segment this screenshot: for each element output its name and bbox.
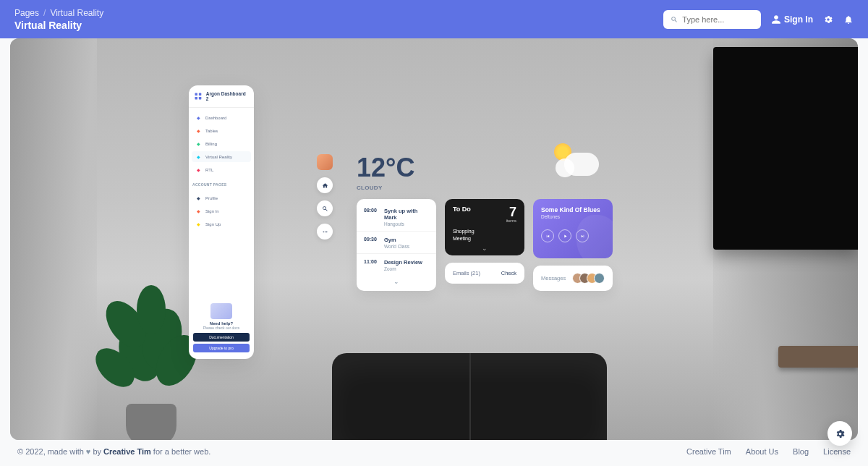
schedule-sub: Zoom [384,266,422,271]
logo-icon [194,92,203,101]
svg-rect-8 [195,97,197,99]
sidebar-item-label: Virtual Reality [205,155,232,159]
signin-link[interactable]: Sign In [771,14,813,25]
vr-viewport: Argon Dashboard 2 ◆Dashboard◆Tables◆Bill… [10,38,858,440]
schedule-item[interactable]: 08:00Synk up with MarkHangouts [357,205,436,231]
svg-rect-9 [199,97,201,99]
play-button[interactable] [558,229,571,242]
messages-card[interactable]: Messages [533,266,613,291]
footer: © 2022, made with ♥ by Creative Tim for … [0,440,868,460]
tv-prop [713,47,858,250]
sidebar-item-profile[interactable]: ◆Profile [192,192,251,203]
user-icon [771,14,781,25]
upgrade-button[interactable]: Upgrade to pro [193,344,250,352]
sidebar-item-virtual-reality[interactable]: ◆Virtual Reality [192,151,251,162]
nav-icon: ◆ [195,114,202,121]
todo-card: To Do 7 items ShoppingMeeting ⌄ [445,199,524,255]
sidebar-item-sign-up[interactable]: ◆Sign Up [192,219,251,229]
schedule-title: Synk up with Mark [384,208,429,221]
music-artist: Deftones [541,214,605,219]
nav-icon: ◆ [195,140,202,147]
sidebar: Argon Dashboard 2 ◆Dashboard◆Tables◆Bill… [189,85,254,359]
breadcrumb: Pages / Virtual Reality [14,8,103,18]
weather-icon [548,143,599,179]
sidebar-item-label: Billing [205,142,217,146]
temperature: 12°C [357,153,414,183]
more-button[interactable] [317,224,333,240]
home-button[interactable] [317,177,333,193]
account-pages-label: Account Pages [189,179,254,188]
footer-author-link[interactable]: Creative Tim [103,447,151,456]
weather-widget: 12°C Cloudy [357,153,414,191]
breadcrumb-separator: / [43,8,46,18]
nav-icon: ◆ [195,166,202,173]
schedule-time: 11:00 [364,259,380,271]
sidebar-item-sign-in[interactable]: ◆Sign In [192,206,251,216]
schedule-time: 08:00 [364,208,380,226]
nav-icon: ◆ [195,221,202,227]
messages-avatars [572,273,605,284]
schedule-expand[interactable]: ⌄ [357,276,436,287]
ellipsis-icon [322,229,328,235]
footer-link[interactable]: Blog [793,447,809,456]
prev-button[interactable] [541,229,554,242]
sidebar-item-rtl[interactable]: ◆RTL [192,164,251,175]
schedule-sub: Hangouts [384,221,429,226]
emails-check[interactable]: Check [501,270,516,276]
sidebar-item-label: Sign In [205,209,219,213]
footer-link[interactable]: About Us [746,447,778,456]
bell-icon[interactable] [843,14,854,25]
schedule-time: 09:30 [364,237,380,249]
next-button[interactable] [576,229,589,242]
heart-icon: ♥ [86,447,91,456]
schedule-card: 08:00Synk up with MarkHangouts09:30GymWo… [357,199,436,291]
emails-card[interactable]: Emails (21) Check [445,263,524,284]
nav-icon: ◆ [195,208,202,214]
search-icon [322,206,328,212]
nav-icon: ◆ [195,153,202,160]
breadcrumb-root[interactable]: Pages [14,8,39,18]
sidebar-item-label: Dashboard [205,116,226,120]
search-button[interactable] [317,200,333,216]
footer-link[interactable]: License [823,447,851,456]
chairs-prop [332,353,607,440]
help-image [210,303,232,319]
music-player-card: Some Kind Of Blues Deftones [533,199,613,258]
gear-icon [835,428,846,439]
avatar[interactable] [594,273,605,284]
search-input-wrap[interactable] [663,10,761,29]
schedule-item[interactable]: 11:00Design ReviewZoom [357,253,436,276]
user-avatar[interactable] [317,154,333,170]
schedule-item[interactable]: 09:30GymWorld Class [357,231,436,253]
sidebar-item-label: RTL [205,168,213,172]
messages-label: Messages [541,275,566,281]
svg-rect-7 [199,93,201,96]
sidebar-item-label: Tables [205,129,218,133]
svg-point-11 [324,231,326,232]
weather-condition: Cloudy [357,185,414,191]
todo-count: 7 [506,206,516,219]
svg-point-4 [137,285,166,334]
schedule-title: Gym [384,237,409,243]
sidebar-item-billing[interactable]: ◆Billing [192,138,251,149]
footer-link[interactable]: Creative Tim [686,447,731,456]
todo-title: To Do [453,206,471,213]
home-icon [322,182,328,189]
todo-task: ShoppingMeeting [453,228,516,242]
svg-point-12 [326,231,328,232]
page-title: Virtual Reality [14,20,103,31]
todo-expand[interactable]: ⌄ [453,245,516,252]
shelf-prop [778,346,858,368]
topbar: Pages / Virtual Reality Virtual Reality … [0,0,868,38]
sidebar-item-label: Sign Up [205,222,221,226]
nav-icon: ◆ [195,127,202,134]
settings-fab[interactable] [827,421,852,446]
documentation-button[interactable]: Documentation [193,333,250,342]
gear-icon[interactable] [823,14,833,25]
sidebar-item-tables[interactable]: ◆Tables [192,125,251,136]
sidebar-item-dashboard[interactable]: ◆Dashboard [192,112,251,123]
next-icon [580,234,585,239]
search-input[interactable] [682,15,754,24]
sidebar-brand[interactable]: Argon Dashboard 2 [189,85,254,108]
play-icon [563,234,568,239]
